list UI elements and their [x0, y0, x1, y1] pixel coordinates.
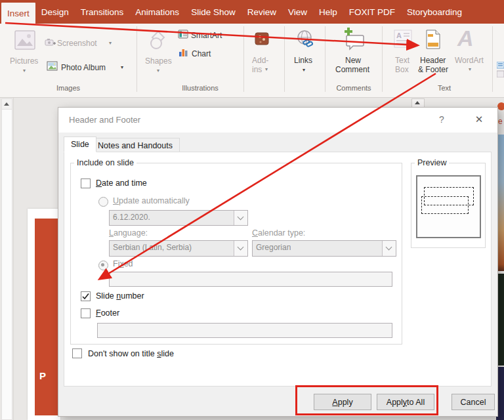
- dropdown-button[interactable]: [234, 211, 247, 225]
- calendar-type-value: Gregorian: [256, 243, 291, 252]
- fixed-date-field[interactable]: [109, 272, 392, 287]
- add-ins-button-line2[interactable]: ins: [252, 65, 262, 74]
- new-comment-button-line2[interactable]: Comment: [335, 65, 369, 74]
- calendar-type-label: Calendar type:: [252, 228, 305, 238]
- tab-storyboarding[interactable]: Storyboarding: [401, 0, 468, 24]
- photo-album-dropdown-icon[interactable]: ▾: [121, 65, 123, 70]
- cancel-button[interactable]: Cancel: [452, 394, 495, 410]
- calendar-type-dropdown[interactable]: Gregorian: [252, 240, 396, 257]
- slide-bullet-fragment: [497, 102, 504, 110]
- tab-transitions[interactable]: Transitions: [75, 0, 130, 24]
- smartart-button[interactable]: SmartArt: [191, 31, 222, 40]
- tab-help[interactable]: Help: [313, 0, 343, 24]
- screenshot-icon: [45, 37, 56, 47]
- fixed-label[interactable]: Fixed: [113, 259, 133, 268]
- group-divider: [492, 26, 493, 92]
- tab-design[interactable]: Design: [35, 0, 75, 24]
- screenshot-button[interactable]: Screenshot: [57, 39, 97, 48]
- slide-number-label[interactable]: Slide number: [96, 291, 144, 301]
- update-automatically-radio[interactable]: [98, 197, 108, 207]
- footer-label[interactable]: Footer: [96, 308, 119, 318]
- new-comment-button[interactable]: New: [345, 56, 361, 65]
- group-divider: [325, 26, 326, 92]
- dropdown-button[interactable]: [234, 241, 247, 256]
- text-box-button-line2[interactable]: Box: [395, 65, 409, 74]
- shapes-button[interactable]: Shapes: [145, 56, 172, 66]
- dont-show-title-checkbox[interactable]: [72, 348, 82, 358]
- scroll-up-icon: [415, 101, 420, 104]
- scroll-up-icon: [4, 102, 9, 106]
- shapes-dropdown-icon[interactable]: ▾: [157, 68, 159, 74]
- date-and-time-label[interactable]: Date and time: [96, 178, 147, 188]
- tab-animations[interactable]: Animations: [129, 0, 185, 24]
- links-button[interactable]: Links: [294, 56, 312, 65]
- tab-foxit-pdf[interactable]: FOXIT PDF: [343, 0, 401, 24]
- slide-thumbnail-shape: [35, 219, 60, 415]
- ribbon-tab-bar: Insert Design Transitions Animations Sli…: [0, 0, 504, 24]
- group-divider: [243, 26, 244, 92]
- footer-text-field[interactable]: [97, 323, 392, 338]
- date-and-time-checkbox[interactable]: [81, 178, 91, 188]
- left-scrollbar[interactable]: [1, 98, 12, 420]
- links-dropdown-icon[interactable]: ▾: [303, 68, 305, 73]
- preview-legend: Preview: [415, 158, 449, 167]
- dialog-tab-slide[interactable]: Slide: [64, 136, 96, 152]
- dont-show-title-label[interactable]: Don't show on title slide: [88, 349, 174, 358]
- group-divider: [136, 26, 137, 92]
- dialog-titlebar[interactable]: Header and Footer ? ✕: [58, 108, 497, 133]
- date-format-value: 6.12.2020.: [113, 213, 150, 222]
- pictures-dropdown-icon[interactable]: ▾: [23, 68, 26, 74]
- powerpoint-window: Insert Design Transitions Animations Sli…: [0, 0, 504, 420]
- tab-insert[interactable]: Insert: [1, 3, 35, 24]
- chevron-down-icon: [386, 244, 392, 251]
- close-icon[interactable]: ✕: [472, 114, 486, 125]
- radio-selected-dot: [101, 263, 104, 266]
- footer-checkbox[interactable]: [81, 308, 91, 318]
- wordart-dropdown-icon[interactable]: ▾: [469, 67, 471, 72]
- add-ins-icon: [253, 29, 272, 49]
- photo-album-button[interactable]: Photo Album: [61, 63, 106, 72]
- header-footer-dialog: Header and Footer ? ✕ Slide Notes and Ha…: [58, 107, 498, 417]
- svg-text:A: A: [396, 32, 402, 39]
- language-label: Language:: [109, 228, 148, 238]
- tab-review[interactable]: Review: [242, 0, 282, 24]
- date-time-icon-fragment: [497, 62, 504, 77]
- tab-view[interactable]: View: [282, 0, 313, 24]
- new-comment-icon: [339, 26, 366, 51]
- slide-thumbnail-text: P: [39, 370, 46, 381]
- slide-thumbnail[interactable]: P: [28, 209, 60, 420]
- header-footer-button[interactable]: Header: [420, 56, 446, 65]
- check-icon: [81, 292, 90, 301]
- fixed-radio[interactable]: [98, 261, 108, 270]
- text-box-button[interactable]: Text: [395, 56, 410, 65]
- dialog-title: Header and Footer: [69, 115, 140, 125]
- add-ins-button[interactable]: Add-: [252, 56, 268, 65]
- smartart-icon: [178, 30, 188, 39]
- ribbon: Pictures ▾ Screenshot ▾ Photo Album ▾ Im…: [0, 24, 504, 98]
- scroll-up-button[interactable]: [2, 99, 12, 110]
- photo-album-icon: [47, 61, 58, 72]
- header-footer-button-line2[interactable]: & Footer: [418, 65, 448, 74]
- add-ins-dropdown-icon[interactable]: ▾: [265, 67, 268, 72]
- chevron-down-icon: [238, 244, 244, 251]
- date-format-dropdown[interactable]: 6.12.2020.: [109, 210, 248, 226]
- help-icon[interactable]: ?: [436, 114, 448, 125]
- language-dropdown[interactable]: Serbian (Latin, Serbia): [109, 240, 248, 257]
- dropdown-button[interactable]: [382, 241, 396, 256]
- preview-placeholder-2: [421, 196, 469, 214]
- preview-slide-box: [416, 175, 481, 238]
- update-automatically-label[interactable]: Update automatically: [113, 196, 190, 205]
- annotation-highlight-rectangle: [295, 385, 438, 415]
- chart-icon: [178, 48, 188, 57]
- text-box-icon: A: [394, 30, 412, 48]
- chart-button[interactable]: Chart: [192, 49, 211, 58]
- screenshot-dropdown-icon[interactable]: ▾: [109, 41, 112, 46]
- images-group-label: Images: [56, 84, 80, 92]
- slide-number-checkbox[interactable]: [81, 291, 91, 301]
- tab-slide-show[interactable]: Slide Show: [185, 0, 242, 24]
- text-group-label: Text: [438, 84, 451, 92]
- language-value: Serbian (Latin, Serbia): [113, 243, 192, 252]
- pictures-button[interactable]: Pictures: [10, 56, 38, 66]
- pictures-icon: [14, 30, 37, 51]
- wordart-button[interactable]: WordArt: [455, 56, 484, 65]
